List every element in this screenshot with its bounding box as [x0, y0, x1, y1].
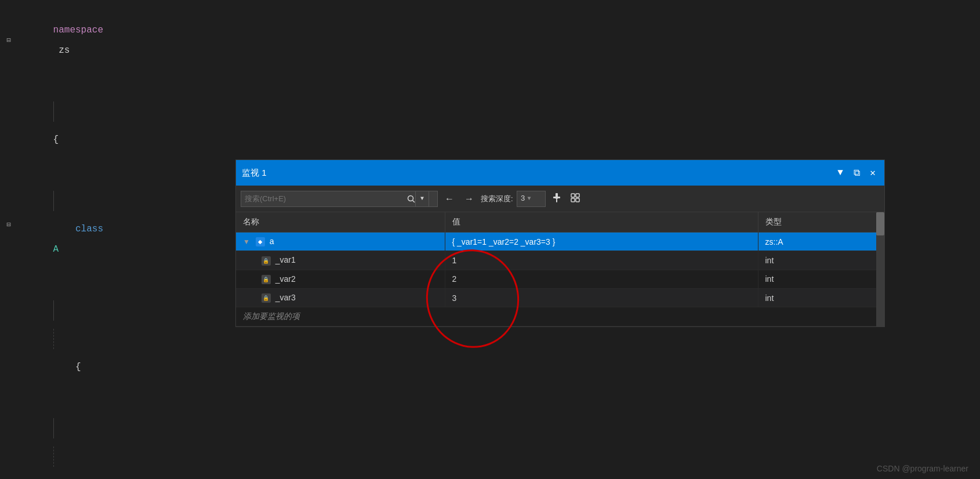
brace-open: {	[53, 135, 59, 145]
svg-rect-3	[553, 197, 560, 198]
row-var2-name: 🔒 _var2	[236, 270, 445, 288]
kw-class: class	[53, 224, 109, 234]
watch-title-controls: ▼ ⧉ ✕	[834, 167, 879, 179]
svg-line-1	[413, 200, 415, 202]
depth-value: 3 ▼	[517, 191, 546, 207]
nav-back-btn[interactable]: ←	[441, 193, 458, 205]
row-var2-type: int	[758, 270, 884, 288]
watch-titlebar: 监视 1 ▼ ⧉ ✕	[236, 160, 884, 186]
watch-table: 名称 值 类型 ▼ ◆ a { _var1=1 _var2=2 _var3=3 …	[236, 212, 884, 326]
depth-number: 3	[521, 194, 525, 203]
kw-namespace: namespace	[53, 25, 103, 35]
gutter-3: ⊟	[0, 215, 17, 235]
class-name-a: A	[53, 244, 59, 255]
line-content-3: class A	[17, 170, 109, 280]
watermark: CSDN @program-learner	[877, 464, 968, 473]
row-var3-name: 🔒 _var3	[236, 288, 445, 307]
nav-forward-btn[interactable]: →	[461, 193, 477, 205]
watch-restore-btn[interactable]: ⧉	[851, 168, 862, 179]
table-row-var1[interactable]: 🔒 _var1 1 int	[236, 251, 884, 270]
svg-rect-6	[576, 194, 579, 197]
svg-rect-4	[556, 199, 557, 202]
scrollbar-thumb[interactable]	[876, 212, 884, 235]
search-icon-btn[interactable]	[407, 195, 415, 203]
row-var1-value: 1	[445, 251, 758, 270]
line-content-1: namespace zs	[17, 0, 103, 81]
row-a-type: zs::A	[758, 233, 884, 251]
line-content-2: {	[17, 81, 65, 170]
row-var1-name: 🔒 _var1	[236, 251, 445, 270]
search-dropdown-btn[interactable]: ▼	[415, 191, 429, 207]
code-line-1: ⊟ namespace zs	[0, 0, 980, 81]
var-icon-var2: 🔒	[262, 275, 271, 284]
add-watch-row[interactable]: 添加要监视的项	[236, 307, 884, 326]
col-header-value: 值	[445, 212, 758, 233]
search-depth-label: 搜索深度:	[481, 194, 513, 204]
table-row-a[interactable]: ▼ ◆ a { _var1=1 _var2=2 _var3=3 } zs::A	[236, 233, 884, 251]
line-content-4: {	[17, 280, 81, 398]
watch-toolbar: ▼ ← → 搜索深度: 3 ▼	[236, 186, 884, 212]
table-row-var3[interactable]: 🔒 _var3 3 int	[236, 288, 884, 307]
line-content-5: public:	[17, 398, 114, 479]
expand-icon-a[interactable]: ▼	[243, 238, 250, 246]
row-a-name: ▼ ◆ a	[236, 233, 445, 251]
table-row-var2[interactable]: 🔒 _var2 2 int	[236, 270, 884, 288]
watch-panel: 监视 1 ▼ ⧉ ✕ ▼ ← → 搜索深度: 3 ▼	[235, 159, 885, 327]
var-icon-var3: 🔒	[262, 293, 271, 303]
ns-name: zs	[53, 45, 70, 56]
class-brace-open: {	[53, 362, 81, 372]
search-box: ▼	[241, 191, 438, 207]
row-var3-type: int	[758, 288, 884, 307]
gutter-1: ⊟	[0, 31, 17, 51]
svg-rect-5	[571, 194, 575, 197]
col-header-name: 名称	[236, 212, 445, 233]
code-line-5: public:	[0, 398, 980, 479]
depth-dropdown-arrow[interactable]: ▼	[527, 195, 531, 202]
add-watch-text: 添加要监视的项	[236, 307, 884, 326]
search-input[interactable]	[245, 194, 407, 203]
watch-scrollbar[interactable]	[876, 212, 884, 326]
var-icon-var1: 🔒	[262, 256, 271, 266]
var-icon-a: ◆	[256, 237, 265, 246]
watch-title: 监视 1	[242, 168, 267, 179]
row-var3-value: 3	[445, 288, 758, 307]
col-header-type: 类型	[758, 212, 884, 233]
collapse-btn-3[interactable]: ⊟	[5, 215, 13, 235]
collapse-btn-1[interactable]: ⊟	[5, 31, 13, 51]
toolbar-pin-btn[interactable]	[549, 191, 564, 206]
svg-rect-7	[571, 198, 575, 202]
row-var2-value: 2	[445, 270, 758, 288]
table-header-row: 名称 值 类型	[236, 212, 884, 233]
watch-close-btn[interactable]: ✕	[867, 167, 879, 179]
svg-point-0	[408, 195, 413, 201]
svg-rect-8	[576, 198, 579, 202]
toolbar-expand-btn[interactable]	[568, 191, 583, 206]
code-line-2: {	[0, 81, 980, 170]
watch-dropdown-btn[interactable]: ▼	[834, 168, 846, 178]
row-var1-type: int	[758, 251, 884, 270]
row-a-value: { _var1=1 _var2=2 _var3=3 }	[445, 233, 758, 251]
watch-table-container: 名称 值 类型 ▼ ◆ a { _var1=1 _var2=2 _var3=3 …	[236, 212, 884, 326]
